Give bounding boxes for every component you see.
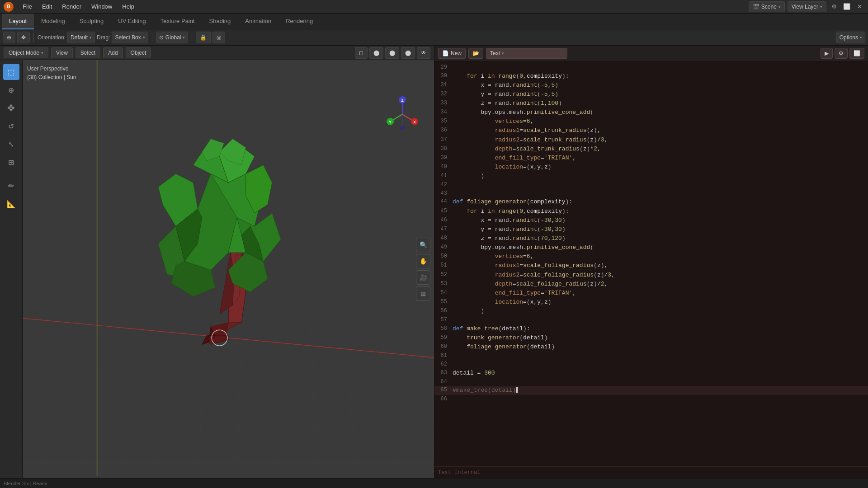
- tool-measure[interactable]: 📐: [3, 196, 19, 212]
- svg-text:Y: Y: [389, 120, 392, 124]
- drag-value: Select Box: [115, 34, 141, 41]
- toolbar-right: Options ▾: [836, 32, 865, 43]
- camera-view-btn[interactable]: 🎥: [416, 270, 430, 285]
- code-settings-btn[interactable]: ⚙: [835, 48, 848, 59]
- code-line: 29: [434, 63, 868, 72]
- pan-btn[interactable]: ✋: [416, 254, 430, 268]
- menu-render[interactable]: Render: [57, 2, 86, 11]
- tool-scale[interactable]: ⤡: [3, 136, 19, 152]
- menu-items: File Edit Render Window Help: [18, 2, 139, 11]
- maximize-btn[interactable]: ⬜: [842, 2, 852, 12]
- toolbar-sep-1: [33, 33, 34, 42]
- view-menu[interactable]: View: [51, 47, 73, 58]
- code-line: 33 z = rand.randint(1,100): [434, 99, 868, 108]
- orientation-dropdown[interactable]: Default ▾: [67, 32, 95, 43]
- tab-shading[interactable]: Shading: [202, 14, 238, 29]
- drag-dropdown[interactable]: Select Box ▾: [112, 32, 148, 43]
- code-line: 31 x = rand.randint(-5,5): [434, 81, 868, 90]
- top-right-area: 🎬 Scene ▾ View Layer ▾ ⚙ ⬜ ✕: [749, 1, 864, 12]
- object-mode-dropdown[interactable]: Object Mode ▾: [4, 47, 48, 58]
- blender-logo[interactable]: B: [4, 2, 14, 12]
- render-settings-btn[interactable]: ⚙: [829, 2, 839, 12]
- viewport-shading-render[interactable]: ⬤: [401, 47, 415, 59]
- options-label: Options: [840, 34, 858, 41]
- menu-help[interactable]: Help: [118, 2, 139, 11]
- code-text-dropdown[interactable]: Text ▾: [486, 48, 567, 59]
- collection-label: (38) Collection | Sun: [27, 73, 76, 82]
- snap-btn[interactable]: 🔒: [196, 32, 211, 43]
- move-mode-btn[interactable]: ✥: [17, 32, 30, 43]
- code-maximize-btn[interactable]: ⬜: [849, 48, 864, 59]
- tab-modeling[interactable]: Modeling: [34, 14, 72, 29]
- code-bottom-bar: Text Internal: [434, 466, 868, 478]
- menu-window[interactable]: Window: [87, 2, 117, 11]
- tool-cursor[interactable]: ⊕: [3, 82, 19, 98]
- pivot-value: Global: [165, 34, 181, 41]
- code-right-btns: ▶ ⚙ ⬜: [821, 48, 864, 59]
- scene-selector[interactable]: 🎬 Scene ▾: [749, 1, 785, 12]
- workspace-tabs: Layout Modeling Sculpting UV Editing Tex…: [0, 14, 868, 29]
- code-line: 52 radius2=scale_foliage_radius(z)/3,: [434, 271, 868, 280]
- code-line: 53 depth=scale_foliage_radius(z)/2,: [434, 280, 868, 289]
- cursor-mode-btn[interactable]: ⊕: [3, 32, 15, 43]
- text-label: Text: [490, 50, 500, 56]
- viewport-main: ⬚ ⊕ ✥ ↺ ⤡ ⊞ ✏ 📐: [0, 60, 434, 478]
- tab-texture-paint[interactable]: Texture Paint: [153, 14, 202, 29]
- code-line: 50 vertices=6,: [434, 252, 868, 261]
- code-content[interactable]: 29 30 for i in range(0,complexity): 31 x…: [434, 61, 868, 466]
- code-line: 42: [434, 181, 868, 189]
- code-new-btn[interactable]: 📄 New: [438, 48, 466, 59]
- code-line: 43: [434, 189, 868, 198]
- grid-view-btn[interactable]: ⊞: [416, 286, 430, 301]
- viewport-shading-wire[interactable]: ◻: [355, 47, 368, 59]
- bottom-status-bar: Blender 3.x | Ready: [0, 478, 868, 488]
- tool-annotate[interactable]: ✏: [3, 178, 19, 194]
- code-line: 37 radius2=scale_trunk_radius(z)/3,: [434, 136, 868, 145]
- tool-rotate[interactable]: ↺: [3, 118, 19, 134]
- tab-layout[interactable]: Layout: [2, 14, 34, 29]
- code-open-btn[interactable]: 📂: [468, 48, 483, 59]
- tool-move[interactable]: ✥: [3, 100, 19, 116]
- view-layer-selector[interactable]: View Layer ▾: [788, 1, 826, 12]
- viewport-toolbar: ⊕ ✥ Orientation: Default ▾ Drag: Select …: [0, 29, 868, 46]
- viewport-shading-material[interactable]: ⬤: [385, 47, 399, 59]
- axis-gizmo[interactable]: Z X Y: [384, 96, 420, 132]
- mode-chevron-icon: ▾: [41, 51, 43, 55]
- menu-file[interactable]: File: [18, 2, 37, 11]
- viewport-section: Object Mode ▾ View Select Add Object ◻ ⬤…: [0, 46, 434, 478]
- svg-text:X: X: [413, 120, 416, 124]
- app: B File Edit Render Window Help 🎬 Scene ▾…: [0, 0, 868, 488]
- code-line: 47 y = rand.randint(-30,30): [434, 225, 868, 234]
- viewport-overlays-btn[interactable]: 👁: [417, 47, 430, 59]
- viewport-shading-solid[interactable]: ⬤: [369, 47, 383, 59]
- select-menu[interactable]: Select: [75, 47, 100, 58]
- pivot-chevron-icon: ▾: [183, 35, 185, 40]
- tab-rendering[interactable]: Rendering: [278, 14, 320, 29]
- zoom-in-btn[interactable]: 🔍: [416, 238, 430, 252]
- tool-select-box[interactable]: ⬚: [3, 64, 19, 80]
- close-btn[interactable]: ✕: [854, 2, 864, 12]
- viewport-overlays-area: ◻ ⬤ ⬤ ⬤ 👁: [355, 47, 430, 59]
- pivot-dropdown[interactable]: ⊙ Global ▾: [156, 32, 189, 43]
- code-run-btn[interactable]: ▶: [821, 48, 833, 59]
- tab-animation[interactable]: Animation: [238, 14, 278, 29]
- code-line: 54 end_fill_type='TRIFAN',: [434, 289, 868, 298]
- svg-point-55: [400, 126, 405, 130]
- code-editor-header: 📄 New 📂 Text ▾ ▶ ⚙ ⬜: [434, 46, 868, 61]
- object-menu[interactable]: Object: [126, 47, 151, 58]
- scene-chevron-icon: ▾: [778, 5, 781, 9]
- tool-transform[interactable]: ⊞: [3, 154, 19, 170]
- viewport-3d[interactable]: User Perspective (38) Collection | Sun Z: [23, 60, 434, 478]
- proportional-btn[interactable]: ◎: [212, 32, 225, 43]
- menu-edit[interactable]: Edit: [38, 2, 57, 11]
- tab-sculpting[interactable]: Sculpting: [72, 14, 111, 29]
- code-line: 56 ): [434, 307, 868, 316]
- code-line: 40 location=(x,y,z): [434, 163, 868, 172]
- options-dropdown[interactable]: Options ▾: [836, 32, 865, 43]
- new-icon: 📄: [442, 50, 449, 56]
- code-line: 36 radius1=scale_trunk_radius(z),: [434, 126, 868, 135]
- tab-uv-editing[interactable]: UV Editing: [111, 14, 153, 29]
- add-menu[interactable]: Add: [103, 47, 123, 58]
- toolbar-sep-2: [152, 33, 152, 42]
- orientation-label: Orientation:: [38, 34, 66, 41]
